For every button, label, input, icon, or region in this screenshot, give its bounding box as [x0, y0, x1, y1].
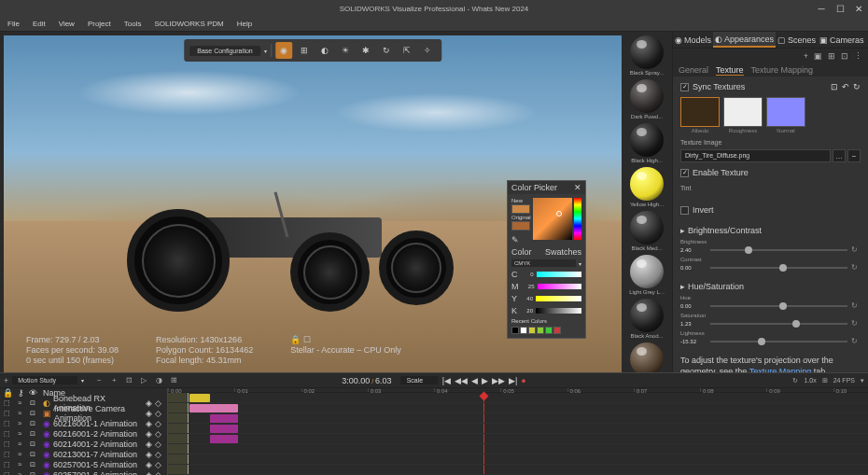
track-lane[interactable]	[168, 454, 868, 465]
hue-value[interactable]: 0.00	[680, 303, 707, 309]
swatches-label[interactable]: Swatches	[545, 247, 581, 257]
material-strip[interactable]: Black Spray...Dark Powd...Black High...Y…	[625, 32, 672, 372]
hue-slider[interactable]	[574, 198, 581, 240]
track-row[interactable]: ⬚≈⊡◉60216001-1 Animation◈◇	[0, 418, 167, 428]
recent-color-swatch[interactable]	[528, 327, 536, 334]
lightness-value[interactable]: -15.32	[680, 339, 707, 344]
browse-button[interactable]: …	[833, 149, 846, 162]
black-value[interactable]: 20	[520, 308, 533, 314]
tab-appearances[interactable]: ◐Appearances	[713, 32, 776, 48]
recent-color-swatch[interactable]	[520, 327, 527, 334]
vis-icon[interactable]: ◈	[146, 419, 152, 428]
color-mode-select[interactable]: CMYK	[511, 259, 576, 267]
tab-models[interactable]: ◉Models	[673, 32, 713, 48]
rewind-icon[interactable]: ◀◀	[455, 376, 468, 385]
key-add-icon[interactable]: ◇	[155, 398, 161, 408]
add-icon[interactable]: +	[804, 51, 808, 61]
timeline-plus-icon[interactable]: +	[4, 376, 8, 385]
map-roughness[interactable]: Roughness	[723, 97, 763, 133]
vis-icon[interactable]: ◈	[146, 440, 152, 449]
tl-icon-5[interactable]: ◑	[153, 375, 164, 386]
cyan-slider[interactable]	[537, 272, 582, 277]
brightness-reset-icon[interactable]: ↻	[851, 245, 861, 255]
key-add-icon[interactable]: ◇	[155, 409, 161, 418]
lock-icon[interactable]: ⬚	[4, 399, 10, 407]
mode-fan-icon[interactable]: ✱	[357, 42, 374, 59]
hue-slider[interactable]	[710, 305, 847, 307]
magenta-slider[interactable]	[538, 284, 582, 289]
animation-clip[interactable]	[210, 425, 238, 433]
record-icon[interactable]: ●	[521, 376, 525, 385]
track-lane[interactable]	[168, 393, 868, 403]
eye-icon[interactable]: ⊡	[30, 471, 35, 476]
snap-icon[interactable]: ⊞	[822, 377, 828, 384]
vis-icon[interactable]: ◈	[146, 409, 152, 418]
magenta-value[interactable]: 25	[522, 284, 535, 289]
config-dropdown-icon[interactable]: ▾	[264, 48, 267, 54]
vis-icon[interactable]: ◈	[146, 429, 152, 439]
color-picker-close-icon[interactable]: ✕	[574, 183, 581, 192]
material-item[interactable]: Yellow High...	[627, 167, 666, 207]
eye-icon[interactable]: ⊡	[30, 451, 35, 458]
track-lane[interactable]	[168, 424, 868, 434]
material-item[interactable]: Black Anod...	[627, 299, 666, 339]
visible-column-icon[interactable]: 👁	[29, 388, 37, 398]
track-lane[interactable]	[168, 403, 868, 413]
eye-icon[interactable]: ⊡	[30, 440, 35, 448]
eye-icon[interactable]: ⊡	[30, 430, 35, 438]
subtab-general[interactable]: General	[679, 65, 708, 75]
lock-icon[interactable]: ⬚	[4, 461, 10, 468]
vis-icon[interactable]: ◈	[146, 460, 152, 469]
material-item[interactable]: Black Spray...	[627, 35, 666, 76]
material-item[interactable]: Light Grey L...	[627, 255, 666, 295]
vis-icon[interactable]: ◈	[146, 470, 152, 476]
eye-icon[interactable]: ⊡	[30, 399, 35, 407]
viewport-3d[interactable]: Base Configuration ▾ ◉ ⊞ ◐ ☀ ✱ ↻ ⇱ ✧ Fra…	[4, 35, 622, 372]
black-slider[interactable]	[536, 308, 581, 314]
brightness-slider[interactable]	[710, 249, 847, 251]
menu-help[interactable]: Help	[237, 20, 252, 28]
close-button[interactable]: ✕	[849, 0, 868, 17]
track-row[interactable]: ⬚≈⊡◉60213001-7 Animation◈◇	[0, 449, 167, 459]
lock-icon[interactable]: ⬚	[4, 451, 10, 458]
lock-icon[interactable]: ⬚	[4, 471, 10, 476]
material-item[interactable]: Dark Powd...	[627, 79, 666, 119]
track-row[interactable]: ⬚≈⊡◉60216001-2 Animation◈◇	[0, 428, 167, 439]
material-item[interactable]: Black High...	[627, 123, 666, 163]
contrast-value[interactable]: 0.00	[680, 265, 707, 271]
track-row[interactable]: ⬚≈⊡▣Interactive Camera Animation◈◇	[0, 408, 167, 418]
contrast-reset-icon[interactable]: ↻	[851, 263, 861, 272]
texture-image-input[interactable]: Dirty_Tire_Diffuse.png	[680, 149, 831, 162]
recent-color-swatch[interactable]	[537, 327, 544, 334]
tl-icon-1[interactable]: −	[93, 375, 105, 386]
track-row[interactable]: ⬚≈⊡◉60257001-5 Animation◈◇	[0, 459, 167, 469]
material-item[interactable]: Dirty Tire Tr...	[627, 342, 666, 372]
preset2-icon[interactable]: ⊞	[828, 51, 835, 61]
color-picker-dialog[interactable]: Color Picker ✕ New Original ✎	[507, 180, 586, 339]
recent-color-swatch[interactable]	[511, 327, 519, 334]
scale-select[interactable]: Scale	[401, 376, 439, 384]
sync-textures-checkbox[interactable]: ✓	[680, 83, 689, 91]
lightness-slider[interactable]	[710, 341, 847, 342]
tl-icon-6[interactable]: ⊞	[168, 375, 179, 386]
saturation-slider[interactable]	[710, 323, 847, 325]
mode-sphere-icon[interactable]: ◉	[275, 42, 292, 59]
key-add-icon[interactable]: ◇	[155, 440, 161, 449]
skip-end-icon[interactable]: ▶|	[509, 376, 517, 385]
brightness-contrast-header[interactable]: ▸Brightness/Contrast	[680, 224, 861, 237]
timeline-tracks[interactable]: 0:000:010:020:030:040:050:060:070:080:09…	[168, 388, 868, 475]
menu-tools[interactable]: Tools	[124, 20, 142, 28]
key-add-icon[interactable]: ◇	[155, 429, 161, 439]
menu-edit[interactable]: Edit	[33, 20, 46, 28]
mode-refresh-icon[interactable]: ↻	[378, 42, 395, 59]
motion-study-select[interactable]: Motion Study	[12, 376, 77, 384]
skip-start-icon[interactable]: |◀	[442, 376, 451, 385]
speed-value[interactable]: 1.0x	[804, 377, 816, 384]
track-row[interactable]: ⬚≈⊡◉60214001-2 Animation◈◇	[0, 439, 167, 449]
key-icon[interactable]: ≈	[19, 451, 22, 458]
hue-saturation-header[interactable]: ▸Hue/Saturation	[680, 280, 861, 293]
key-icon[interactable]: ≈	[19, 440, 22, 448]
tl-icon-3[interactable]: ⊡	[123, 375, 134, 386]
preset3-icon[interactable]: ⊡	[841, 51, 848, 61]
vis-icon[interactable]: ◈	[146, 398, 152, 408]
